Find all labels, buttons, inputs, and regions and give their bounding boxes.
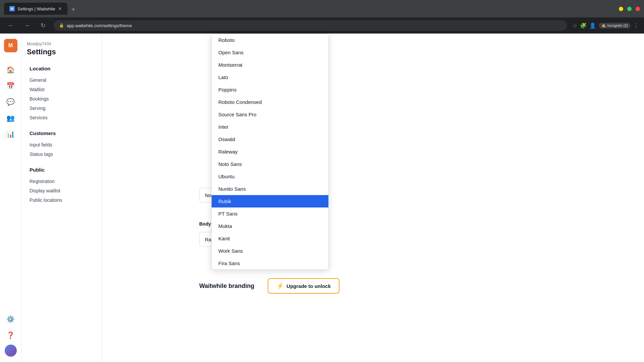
chat-icon[interactable]: 💬 [4,95,17,109]
sidebar-section-public: Public Registration Display waitlist Pub… [27,166,96,205]
dropdown-item-noto-sans[interactable]: Noto Sans [212,158,328,170]
extensions-icon[interactable]: 🧩 [580,22,587,29]
dropdown-item-lato[interactable]: Lato [212,71,328,83]
dropdown-item-open-sans[interactable]: Open Sans [212,46,328,59]
minimize-button[interactable] [619,7,623,11]
dropdown-item-ubuntu[interactable]: Ubuntu [212,170,328,183]
dropdown-item-mukta[interactable]: Mukta [212,220,328,232]
address-bar[interactable]: 🔒 app.waitwhile.com/settings/theme [54,20,567,31]
font-dropdown[interactable]: Roboto Open Sans Montserrat Lato Poppins… [211,34,329,270]
users-icon[interactable]: 👥 [4,111,17,125]
dropdown-item-source-sans-pro[interactable]: Source Sans Pro [212,108,328,121]
upgrade-icon: ⚡ [276,282,284,290]
icon-nav: M 🏠 📅 💬 👥 📊 ⚙️ ❓ [0,34,21,362]
incognito-label: Incognito (2) [607,23,628,27]
sidebar-item-bookings[interactable]: Bookings [27,94,96,104]
browser-chrome: M Settings | Waitwhile ✕ + [0,0,644,17]
bookmark-icon[interactable]: ☆ [573,22,577,29]
reload-button[interactable]: ↻ [38,20,48,31]
help-icon[interactable]: ❓ [4,328,17,342]
lock-icon: 🔒 [59,23,64,28]
dropdown-item-kanit[interactable]: Kanit [212,232,328,245]
menu-icon[interactable]: ⋮ [633,22,639,29]
dropdown-item-fira-sans[interactable]: Fira Sans [212,257,328,269]
branding-label: Waitwhile branding [199,283,254,290]
active-tab[interactable]: M Settings | Waitwhile ✕ [4,3,67,15]
maximize-button[interactable] [627,7,632,11]
forward-button[interactable]: → [21,20,32,31]
sidebar-section-customers-title: Customers [27,129,96,137]
dropdown-item-roboto[interactable]: Roboto [212,34,328,46]
sidebar-username: Moodjoy7434 [27,42,96,46]
tab-favicon: M [9,6,15,11]
back-button[interactable]: ← [5,20,16,31]
address-text: app.waitwhile.com/settings/theme [67,23,132,28]
sidebar-item-input-fields[interactable]: Input fields [27,140,96,149]
calendar-icon[interactable]: 📅 [4,79,17,93]
dropdown-item-inter[interactable]: Inter [212,121,328,133]
sidebar-item-status-tags[interactable]: Status tags [27,149,96,159]
dropdown-item-raleway[interactable]: Raleway [212,145,328,158]
close-button[interactable] [636,7,640,11]
dropdown-item-pt-sans[interactable]: PT Sans [212,207,328,220]
dropdown-item-work-sans[interactable]: Work Sans [212,245,328,257]
sidebar-item-display-waitlist[interactable]: Display waitlist [27,186,96,195]
sidebar-item-serving[interactable]: Serving [27,104,96,113]
main-content: Roboto Open Sans Montserrat Lato Poppins… [102,34,644,362]
dropdown-item-rubik[interactable]: Rubik [212,195,328,207]
user-avatar-m[interactable]: M [4,39,17,52]
tab-title: Settings | Waitwhile [17,6,55,11]
sidebar-item-services[interactable]: Services [27,113,96,122]
dropdown-item-oswald[interactable]: Oswald [212,133,328,145]
sidebar-item-general[interactable]: General [27,75,96,85]
address-bar-row: ← → ↻ 🔒 app.waitwhile.com/settings/theme… [0,17,644,34]
new-tab-button[interactable]: + [69,4,78,15]
profile-icon[interactable]: 👤 [589,22,596,29]
home-icon[interactable]: 🏠 [4,63,17,76]
upgrade-label: Upgrade to unlock [286,283,331,289]
browser-tabs: M Settings | Waitwhile ✕ + [4,3,616,15]
sidebar-section-location: Location General Waitlist Bookings Servi… [27,64,96,122]
dropdown-item-nunito-sans[interactable]: Nunito Sans [212,183,328,195]
sidebar-item-public-locations[interactable]: Public locations [27,195,96,205]
dropdown-item-poppins[interactable]: Poppins [212,83,328,96]
sidebar-section-location-title: Location [27,64,96,73]
branding-section: Waitwhile branding ⚡ Upgrade to unlock [199,278,339,294]
incognito-icon: 🕵️ [601,23,606,28]
user-profile-avatar[interactable] [5,345,17,357]
sidebar-section-public-title: Public [27,166,96,174]
sidebar-title: Settings [27,48,96,56]
sidebar-item-registration[interactable]: Registration [27,177,96,186]
tab-close-button[interactable]: ✕ [58,6,62,11]
dropdown-item-montserrat[interactable]: Montserrat [212,59,328,71]
sidebar-section-customers: Customers Input fields Status tags [27,129,96,159]
sidebar: Moodjoy7434 Settings Location General Wa… [21,34,102,362]
upgrade-button[interactable]: ⚡ Upgrade to unlock [268,278,339,294]
chart-icon[interactable]: 📊 [4,127,17,141]
incognito-badge: 🕵️ Incognito (2) [599,23,631,28]
window-controls [619,7,640,11]
app-container: M 🏠 📅 💬 👥 📊 ⚙️ ❓ Moodjoy7434 Settings Lo… [0,34,644,362]
sidebar-header: Moodjoy7434 Settings [27,42,96,56]
sidebar-item-waitlist[interactable]: Waitlist [27,85,96,94]
settings-icon[interactable]: ⚙️ [4,312,17,326]
browser-action-icons: ☆ 🧩 👤 🕵️ Incognito (2) ⋮ [573,22,639,29]
dropdown-item-roboto-condensed[interactable]: Roboto Condensed [212,96,328,108]
